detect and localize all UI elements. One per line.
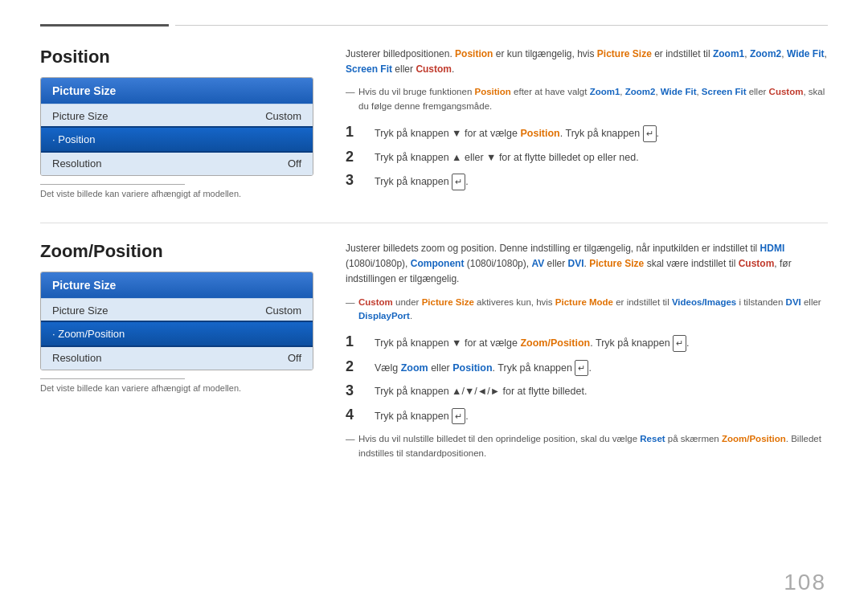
position-row-2-label: · Position (52, 133, 95, 145)
zoom-footer-note: Hvis du vil nulstille billedet til den o… (346, 432, 828, 461)
position-row-2-selected: · Position (41, 128, 313, 151)
pos-note-h2: Zoom1 (590, 87, 620, 96)
section-divider (40, 223, 828, 223)
zoom-step-2-text: Vælg Zoom eller Position. Tryk på knappe… (375, 358, 828, 377)
section-zoom-position: Zoom/Position Picture Size Picture Size … (40, 241, 828, 471)
zoom-step-4-text: Tryk på knappen ↵. (375, 407, 828, 425)
zoom-note-h6: DisplayPort (358, 311, 410, 321)
position-highlight-1: Position (455, 48, 493, 59)
enter-icon-3: ↵ (452, 174, 465, 190)
zoom-step-2: 2 Vælg Zoom eller Position. Tryk på knap… (346, 358, 828, 377)
section-position: Position Picture Size Picture Size Custo… (40, 47, 828, 198)
zoom-picture-box: Picture Size Picture Size Custom · Zoom/… (40, 272, 313, 370)
page-number: 108 (784, 570, 826, 595)
zoom-h2: Component (411, 258, 465, 269)
zoom-row-1-value: Custom (265, 304, 301, 317)
zoom-step-1-text: Tryk på knappen ▼ for at vælge Zoom/Posi… (375, 333, 828, 352)
step-1-text: Tryk på knappen ▼ for at vælge Position.… (375, 124, 828, 142)
step-3-num: 3 (346, 172, 368, 190)
zoom-separator (40, 378, 185, 379)
position-picture-box: Picture Size Picture Size Custom · Posit… (40, 77, 313, 176)
zoom-note-h2: Picture Size (422, 297, 474, 307)
zoom-left-col: Zoom/Position Picture Size Picture Size … (40, 241, 313, 471)
zoom-note-h1: Custom (358, 297, 393, 307)
zoom-h4: DVI (568, 258, 584, 269)
zoom-h5: Picture Size (589, 258, 644, 269)
position-highlight-7: Custom (416, 63, 452, 75)
top-rule (40, 24, 828, 27)
zoom-row-3-label: Resolution (52, 352, 101, 364)
step-3-text: Tryk på knappen ↵. (375, 172, 828, 190)
position-step-2: 2 Tryk på knappen ▲ eller ▼ for at flytt… (346, 149, 828, 166)
position-row-3-label: Resolution (52, 157, 101, 170)
zoom-note-h3: Picture Mode (555, 297, 613, 307)
zoom-note-h5: DVI (786, 297, 801, 307)
zoom-row-1: Picture Size Custom (41, 298, 313, 322)
zoom-box-note: Det viste billede kan variere afhængigt … (40, 383, 313, 393)
position-highlight-4: Zoom2 (750, 48, 781, 59)
zoom-note-h4: Videos/Images (672, 297, 736, 307)
zoom-right-col: Justerer billedets zoom og position. Den… (346, 241, 828, 471)
zoom-step-4-num: 4 (346, 407, 368, 424)
zoom-h3: AV (531, 258, 544, 269)
position-row-1: Picture Size Custom (41, 104, 313, 128)
zoom-box-header: Picture Size (41, 272, 313, 298)
zoom-step-1-num: 1 (346, 333, 368, 351)
position-separator (40, 184, 185, 185)
enter-icon-1: ↵ (643, 125, 657, 142)
position-box-note: Det viste billede kan variere afhængigt … (40, 189, 313, 198)
zoom-step-2-num: 2 (346, 358, 368, 376)
zoom-note: Custom under Picture Size aktiveres kun,… (346, 296, 828, 325)
position-row-1-value: Custom (265, 110, 301, 122)
pos-note-h4: Wide Fit (661, 87, 697, 96)
position-row-1-label: Picture Size (52, 110, 108, 122)
top-rule-light (175, 25, 828, 26)
zoom-h6: Custom (739, 258, 775, 269)
zoom-row-1-label: Picture Size (52, 304, 108, 317)
pos-note-h3: Zoom2 (625, 87, 656, 96)
zoom-title: Zoom/Position (40, 241, 313, 262)
pos-note-h5: Screen Fit (702, 87, 747, 96)
zoom-row-3-value: Off (288, 352, 301, 364)
page-container: Position Picture Size Picture Size Custo… (0, 0, 868, 613)
zoom-row-3: Resolution Off (41, 345, 313, 370)
zoom-row-2-label: · Zoom/Position (52, 328, 125, 340)
top-rule-dark (40, 24, 169, 27)
pos-note-h1: Position (474, 87, 510, 96)
position-steps: 1 Tryk på knappen ▼ for at vælge Positio… (346, 124, 828, 190)
zoom-h1: HDMI (760, 243, 785, 254)
step-1-num: 1 (346, 124, 368, 141)
position-step-3: 3 Tryk på knappen ↵. (346, 172, 828, 190)
position-step-1: 1 Tryk på knappen ▼ for at vælge Positio… (346, 124, 828, 142)
zoom-desc: Justerer billedets zoom og position. Den… (346, 241, 828, 288)
position-desc: Justerer billedpositionen. Position er k… (346, 47, 828, 77)
pos-note-h6: Custom (769, 87, 804, 96)
zoom-enter-4: ↵ (452, 408, 465, 425)
position-highlight-3: Zoom1 (713, 48, 744, 59)
position-highlight-6: Screen Fit (346, 63, 392, 75)
position-highlight-2: Picture Size (597, 48, 652, 59)
zoom-enter-2: ↵ (575, 360, 588, 377)
position-box-header: Picture Size (41, 78, 313, 104)
position-left-col: Position Picture Size Picture Size Custo… (40, 47, 313, 198)
zoom-step-4: 4 Tryk på knappen ↵. (346, 407, 828, 425)
zoom-step-1: 1 Tryk på knappen ▼ for at vælge Zoom/Po… (346, 333, 828, 352)
zoom-steps: 1 Tryk på knappen ▼ for at vælge Zoom/Po… (346, 333, 828, 424)
zoom-step-3-num: 3 (346, 382, 368, 400)
position-right-col: Justerer billedpositionen. Position er k… (346, 47, 828, 198)
position-note: Hvis du vil bruge funktionen Position ef… (346, 85, 828, 114)
zoom-step-3-text: Tryk på knappen ▲/▼/◄/► for at flytte bi… (375, 382, 828, 399)
position-highlight-5: Wide Fit (787, 48, 825, 59)
step-2-num: 2 (346, 149, 368, 166)
zoom-step-3: 3 Tryk på knappen ▲/▼/◄/► for at flytte … (346, 382, 828, 400)
position-row-3-value: Off (288, 157, 301, 170)
position-row-3: Resolution Off (41, 151, 313, 175)
step-2-text: Tryk på knappen ▲ eller ▼ for at flytte … (375, 149, 828, 166)
zoom-row-2-selected: · Zoom/Position (41, 322, 313, 345)
zoom-enter-1: ↵ (673, 335, 686, 352)
position-title: Position (40, 47, 313, 67)
